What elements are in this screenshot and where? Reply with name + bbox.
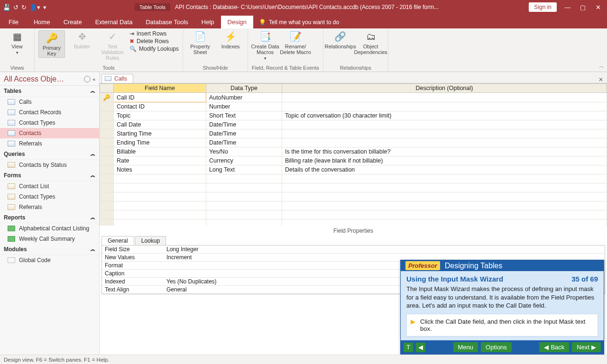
table-row[interactable]: Starting TimeDate/Time [100,129,607,138]
description-cell[interactable]: Topic of conversation (30 character limi… [282,111,607,120]
data-type-cell[interactable]: AutoNumber [206,93,282,102]
table-row[interactable] [100,210,607,219]
data-type-cell[interactable]: Currency [206,156,282,165]
property-row[interactable]: Field SizeLong Integer [102,246,605,254]
property-sheet-button[interactable]: 📄 Property Sheet [187,30,213,55]
tutorial-home-icon[interactable]: T [404,343,413,352]
nav-item-referrals[interactable]: Referrals [0,138,99,149]
nav-item-contact-list[interactable]: Contact List [0,181,99,191]
field-name-cell[interactable]: Notes [114,165,206,174]
nav-item-contacts[interactable]: Contacts [0,128,99,138]
field-name-cell[interactable]: Call Date [114,120,206,129]
nav-item-contact-types-form[interactable]: Contact Types [0,191,99,202]
field-name-cell[interactable]: Ending Time [114,138,206,147]
table-row[interactable]: 🔑Call IDAutoNumber [100,93,607,102]
nav-item-contacts-by-status[interactable]: Contacts by Status [0,160,99,170]
view-button[interactable]: ▦ View▾ [4,30,30,55]
table-row[interactable]: Ending TimeDate/Time [100,138,607,147]
col-data-type[interactable]: Data Type [206,84,282,93]
row-selector[interactable] [100,192,114,201]
description-cell[interactable]: Billing rate (leave blank if not billabl… [282,156,607,165]
table-row[interactable] [100,201,607,210]
field-name-cell[interactable] [114,183,206,192]
row-selector[interactable] [100,165,114,174]
table-row[interactable]: Contact IDNumber [100,102,607,111]
sign-in-button[interactable]: Sign in [529,2,557,12]
description-cell[interactable]: Details of the conversation [282,165,607,174]
nav-section-tables[interactable]: Tables︽ [0,86,99,97]
row-selector[interactable] [100,147,114,156]
row-selector[interactable] [100,111,114,120]
nav-section-modules[interactable]: Modules︽ [0,244,99,255]
row-selector[interactable] [100,201,114,210]
data-type-cell[interactable] [206,192,282,201]
nav-item-calls[interactable]: Calls [0,97,99,107]
description-cell[interactable] [282,102,607,111]
nav-item-global-code[interactable]: Global Code [0,255,99,265]
description-cell[interactable] [282,183,607,192]
rename-delete-macro-button[interactable]: 📝 Rename/ Delete Macro [282,30,309,55]
nav-item-contact-records[interactable]: Contact Records [0,107,99,118]
data-type-cell[interactable]: Date/Time [206,129,282,138]
object-dependencies-button[interactable]: 🗂 Object Dependencies [358,30,384,55]
table-row[interactable]: TopicShort TextTopic of conversation (30… [100,111,607,120]
tab-calls[interactable]: Calls [101,74,133,83]
table-row[interactable] [100,219,607,226]
collapse-ribbon-icon[interactable]: ︿ [599,63,604,70]
table-row[interactable]: NotesLong TextDetails of the conversatio… [100,165,607,174]
row-selector[interactable] [100,138,114,147]
table-row[interactable]: Call DateDate/Time [100,120,607,129]
nav-header[interactable]: All Access Obje… « [0,72,99,86]
nav-section-forms[interactable]: Forms︽ [0,170,99,181]
data-type-cell[interactable]: Short Text [206,111,282,120]
field-name-cell[interactable] [114,210,206,219]
row-selector[interactable] [100,183,114,192]
fields-table[interactable]: Field Name Data Type Description (Option… [100,83,607,226]
create-data-macros-button[interactable]: 📑 Create Data Macros▾ [252,30,278,61]
description-cell[interactable] [282,192,607,201]
data-type-cell[interactable]: Number [206,102,282,111]
row-selector[interactable] [100,120,114,129]
primary-key-button[interactable]: 🔑 Primary Key [38,30,65,58]
tutorial-next-button[interactable]: Next ▶ [572,342,601,352]
description-cell[interactable] [282,138,607,147]
nav-filter-icon[interactable] [84,76,91,82]
table-row[interactable]: BillableYes/NoIs the time for this conve… [100,147,607,156]
data-type-cell[interactable] [206,174,282,183]
field-name-cell[interactable]: Billable [114,147,206,156]
description-cell[interactable] [282,219,607,226]
insert-rows-button[interactable]: ⇥Insert Rows [129,30,179,37]
row-selector[interactable] [100,210,114,219]
nav-section-queries[interactable]: Queries︽ [0,149,99,160]
field-name-cell[interactable]: Starting Time [114,129,206,138]
row-selector[interactable]: 🔑 [100,93,114,102]
tab-file[interactable]: File [2,16,27,28]
table-row[interactable] [100,174,607,183]
field-name-cell[interactable]: Topic [114,111,206,120]
qat-customize-icon[interactable]: ▾ [43,4,46,11]
nav-item-weekly-summary[interactable]: Weekly Call Summary [0,234,99,244]
field-name-cell[interactable]: Rate [114,156,206,165]
description-cell[interactable] [282,210,607,219]
tell-me-search[interactable]: 💡 Tell me what you want to do [253,16,345,28]
tab-design[interactable]: Design [221,16,253,28]
row-selector[interactable] [100,102,114,111]
delete-rows-button[interactable]: ✖Delete Rows [129,38,179,45]
field-name-cell[interactable]: Contact ID [114,102,206,111]
tab-create[interactable]: Create [57,16,89,28]
data-type-cell[interactable] [206,183,282,192]
user-icon[interactable]: 👤▾ [29,4,40,11]
minimize-icon[interactable]: — [563,4,572,11]
description-cell[interactable] [282,201,607,210]
description-cell[interactable] [282,174,607,183]
data-type-cell[interactable] [206,201,282,210]
tab-lookup[interactable]: Lookup [135,236,166,245]
redo-icon[interactable]: ↻ [21,4,27,11]
tab-help[interactable]: Help [195,16,221,28]
description-cell[interactable] [282,120,607,129]
data-type-cell[interactable]: Date/Time [206,120,282,129]
property-value[interactable]: Long Integer [164,246,605,253]
data-type-cell[interactable]: Long Text [206,165,282,174]
tutorial-options-button[interactable]: Options [481,342,512,352]
table-row[interactable]: RateCurrencyBilling rate (leave blank if… [100,156,607,165]
